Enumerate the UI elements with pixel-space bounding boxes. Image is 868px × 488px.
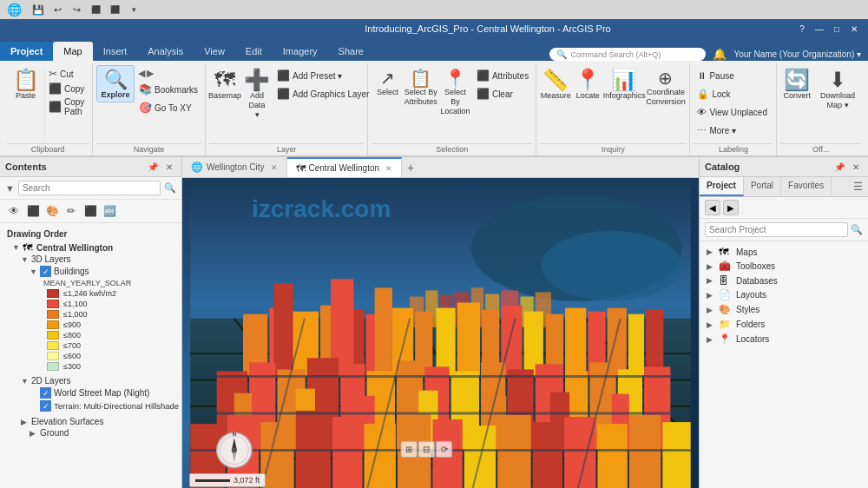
download-map-button[interactable]: ⬇ Download Map ▾: [814, 65, 861, 112]
catalog-back-btn[interactable]: ◀: [705, 200, 720, 215]
legend-600: ≤600: [0, 351, 181, 361]
catalog-search-icon[interactable]: 🔍: [851, 224, 863, 235]
tab-project[interactable]: Project: [0, 42, 53, 61]
tab-wellington-city[interactable]: 🌐 Wellington City ✕: [182, 157, 287, 177]
qa-new[interactable]: ⬛: [88, 2, 103, 17]
tree-item-central-wellington[interactable]: ▼ 🗺 Central Wellington: [0, 241, 181, 254]
catalog-item-locators[interactable]: ▶ 📍 Locators: [700, 332, 868, 346]
cut-button[interactable]: ✂ Cut: [46, 67, 89, 81]
layer-select-icon[interactable]: ⬛: [82, 202, 99, 220]
user-info[interactable]: Your Name (Your Organization) ▾: [733, 49, 861, 59]
catalog-item-maps[interactable]: ▶ 🗺 Maps: [700, 245, 868, 259]
tab-analysis[interactable]: Analysis: [137, 42, 194, 61]
catalog-item-layouts[interactable]: ▶ 📄 Layouts: [700, 287, 868, 302]
qa-dropdown[interactable]: ▾: [126, 2, 141, 17]
layer-edit-icon[interactable]: ✏: [62, 202, 80, 220]
map-viewport[interactable]: izcrack.com: [182, 178, 699, 488]
lock-button[interactable]: 🔒 Lock: [694, 85, 771, 102]
tab-close[interactable]: ✕: [271, 163, 278, 172]
copy-path-button[interactable]: ⬛ Copy Path: [46, 96, 89, 117]
filter-icon[interactable]: ▼: [5, 183, 15, 194]
add-preset-button[interactable]: ⬛ Add Preset ▾: [273, 67, 372, 84]
notification-icon[interactable]: 🔔: [713, 48, 727, 61]
add-graphics-button[interactable]: ⬛ Add Graphics Layer: [273, 85, 372, 102]
bookmarks-button[interactable]: 📚 Bookmarks: [135, 81, 201, 98]
catalog-forward-btn[interactable]: ▶: [723, 200, 739, 215]
back-icon[interactable]: ◀: [138, 68, 145, 79]
catalog-tab-project[interactable]: Project: [700, 177, 744, 196]
search-icon[interactable]: 🔍: [164, 182, 176, 194]
coord-conv-button[interactable]: ⊕ Coordinate Conversion: [645, 65, 686, 109]
minimize-button[interactable]: —: [812, 22, 826, 36]
select-by-attr-button[interactable]: 📋 Select By Attributes: [404, 65, 437, 109]
group-layer: 🗺 Basemap ➕ Add Data ▾ ⬛ Add Preset ▾ ⬛ …: [206, 63, 368, 155]
tree-item-2d-layers[interactable]: ▼ 2D Layers: [0, 375, 181, 386]
buildings-checkbox[interactable]: ✓: [40, 266, 51, 277]
legend-1246: ≤1,246 kwh/m2: [0, 288, 181, 299]
layer-style-icon[interactable]: 🎨: [43, 202, 61, 220]
layer-label-icon[interactable]: 🔤: [101, 202, 118, 220]
select-button[interactable]: ↗ Select: [372, 65, 403, 99]
paste-button[interactable]: 📋 Paste: [7, 65, 45, 141]
infographics-button[interactable]: 📊 Infographics: [604, 65, 644, 102]
layer-group-icon[interactable]: ⬛: [24, 202, 42, 220]
catalog-tab-portal[interactable]: Portal: [744, 177, 781, 196]
tree-item-3d-layers[interactable]: ▼ 3D Layers: [0, 254, 181, 265]
explore-button[interactable]: 🔍 Explore: [96, 65, 135, 102]
new-tab-button[interactable]: +: [402, 158, 419, 177]
catalog-item-toolboxes[interactable]: ▶ 🧰 Toolboxes: [700, 259, 868, 274]
qa-save[interactable]: 💾: [30, 2, 46, 17]
more-button[interactable]: ⋯ More ▾: [694, 122, 771, 139]
tree-item-elevation[interactable]: ▶ Elevation Surfaces: [0, 416, 181, 427]
basemap-button[interactable]: 🗺 Basemap: [209, 65, 240, 102]
panel-close-icon[interactable]: ✕: [162, 160, 176, 174]
pause-button[interactable]: ⏸ Pause: [694, 67, 771, 84]
convert-button[interactable]: 🔄 Convert: [780, 65, 813, 102]
catalog-item-styles[interactable]: ▶ 🎨 Styles: [700, 302, 868, 317]
tab-insert[interactable]: Insert: [93, 42, 138, 61]
catalog-item-databases[interactable]: ▶ 🗄 Databases: [700, 274, 868, 287]
catalog-item-folders[interactable]: ▶ 📁 Folders: [700, 317, 868, 332]
tree-item-world-street[interactable]: ✓ World Street Map (Night): [0, 386, 181, 399]
world-street-checkbox[interactable]: ✓: [40, 387, 51, 399]
locate-button[interactable]: 📍 Locate: [572, 65, 603, 102]
clear-button[interactable]: ⬛ Clear: [473, 85, 532, 102]
close-button[interactable]: ✕: [847, 22, 861, 36]
tab-imagery[interactable]: Imagery: [273, 42, 328, 61]
catalog-search-input[interactable]: [705, 222, 848, 237]
tree-item-ground[interactable]: ▶ Ground: [0, 427, 181, 439]
catalog-close-icon[interactable]: ✕: [849, 160, 863, 174]
panel-pin-icon[interactable]: 📌: [146, 160, 160, 174]
qa-redo[interactable]: ↪: [69, 2, 84, 17]
forward-icon[interactable]: ▶: [147, 68, 154, 79]
tab-close[interactable]: ✕: [385, 164, 392, 173]
qa-undo[interactable]: ↩: [49, 2, 65, 17]
maximize-button[interactable]: □: [830, 22, 844, 36]
catalog-pin-icon[interactable]: 📌: [832, 160, 846, 174]
catalog-tab-favorites[interactable]: Favorites: [781, 177, 832, 196]
terrain-checkbox[interactable]: ✓: [40, 400, 51, 412]
contents-search-input[interactable]: [18, 181, 161, 195]
tab-share[interactable]: Share: [328, 42, 374, 61]
catalog-menu-icon[interactable]: ☰: [848, 177, 868, 196]
attributes-button[interactable]: ⬛ Attributes: [473, 67, 532, 84]
back-forward-buttons[interactable]: ◀ ▶: [135, 67, 201, 80]
tab-edit[interactable]: Edit: [235, 42, 273, 61]
copy-button[interactable]: ⬛ Copy: [46, 82, 89, 96]
tab-central-wellington[interactable]: 🗺 Central Wellington ✕: [287, 157, 403, 177]
measure-button[interactable]: 📏 Measure: [540, 65, 571, 102]
goto-xy-button[interactable]: 🎯 Go To XY: [135, 99, 201, 116]
command-search-box[interactable]: 🔍 Command Search (Alt+Q): [549, 48, 706, 61]
layer-vis-icon[interactable]: 👁: [5, 202, 23, 220]
qa-open[interactable]: ⬛: [107, 2, 122, 17]
select-by-loc-button[interactable]: 📍 Select By Location: [438, 65, 472, 117]
contents-panel-header: Contents 📌 ✕: [0, 157, 181, 177]
locate-icon: 📍: [575, 69, 601, 91]
tree-item-buildings[interactable]: ▼ ✓ Buildings: [0, 265, 181, 278]
tree-item-terrain[interactable]: ✓ Terrain: Multi-Directional Hillshade: [0, 399, 181, 412]
help-button[interactable]: ?: [795, 22, 809, 36]
tab-view[interactable]: View: [194, 42, 235, 61]
add-data-button[interactable]: ➕ Add Data ▾: [241, 65, 273, 122]
view-unplaced-button[interactable]: 👁 View Unplaced: [694, 103, 771, 121]
tab-map[interactable]: Map: [53, 42, 92, 61]
